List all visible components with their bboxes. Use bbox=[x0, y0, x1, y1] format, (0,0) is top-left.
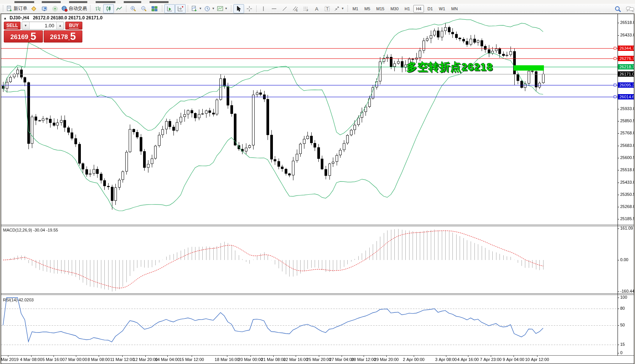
radio-waves-icon bbox=[52, 6, 58, 12]
buy-price-button[interactable]: 26178.5 bbox=[44, 30, 83, 43]
chart-profile-button[interactable] bbox=[28, 4, 39, 13]
zoom-in-icon bbox=[130, 6, 136, 12]
bar-chart-button[interactable] bbox=[93, 4, 103, 13]
volume-increase-button[interactable]: ▲ bbox=[56, 22, 64, 29]
tab-timeframe-D1[interactable]: D1 bbox=[425, 5, 435, 13]
annotation-rectangle[interactable] bbox=[514, 65, 544, 71]
new-order-button[interactable]: + 新订单 bbox=[5, 4, 28, 13]
volume-decrease-button[interactable]: ▼ bbox=[22, 22, 30, 29]
zoom-out-button[interactable] bbox=[139, 4, 149, 13]
toolbar-grip[interactable] bbox=[90, 5, 91, 12]
zoom-in-button[interactable] bbox=[128, 4, 139, 13]
tab-timeframe-H1[interactable]: H1 bbox=[402, 5, 413, 13]
gold-diamond-icon bbox=[31, 6, 37, 12]
signals-button[interactable] bbox=[50, 4, 60, 13]
tab-timeframe-H4[interactable]: H4 bbox=[413, 5, 424, 13]
toolbar: + 新订单 自动交易 bbox=[0, 4, 635, 14]
vertical-line-icon bbox=[260, 6, 266, 12]
svg-text:+: + bbox=[9, 8, 12, 12]
trendline-button[interactable] bbox=[279, 4, 290, 13]
cursor-arrow-icon bbox=[236, 6, 242, 12]
candlestick-icon bbox=[106, 6, 112, 12]
add-indicator-icon: + bbox=[191, 6, 197, 12]
periods-button[interactable]: ▼ bbox=[203, 4, 216, 13]
arrows-button[interactable]: ▼ bbox=[332, 4, 345, 13]
chart-shift-icon bbox=[177, 6, 183, 12]
volume-input[interactable]: 1.00 bbox=[30, 22, 56, 29]
candlestick-chart-button[interactable] bbox=[103, 4, 114, 13]
dropdown-caret[interactable]: ▼ bbox=[199, 7, 202, 10]
ohlc-bars-icon bbox=[95, 6, 101, 12]
clock-icon bbox=[204, 6, 210, 12]
new-order-label: 新订单 bbox=[14, 5, 27, 12]
rsi-label: RSI(14) 42.0203 bbox=[3, 298, 34, 302]
line-chart-button[interactable] bbox=[114, 4, 124, 13]
toolbar-grip[interactable] bbox=[347, 5, 348, 12]
template-icon bbox=[217, 6, 223, 12]
tile-windows-button[interactable] bbox=[149, 4, 160, 13]
svg-text:A: A bbox=[315, 6, 318, 12]
cursor-button[interactable] bbox=[233, 4, 244, 13]
tile-windows-icon bbox=[151, 6, 158, 12]
macd-label: MACD(12,26,9) -30.04 -19.55 bbox=[3, 228, 58, 232]
crosshair-button[interactable] bbox=[244, 4, 255, 13]
indicators-button[interactable]: + ▼ bbox=[190, 4, 203, 13]
monitor-icon bbox=[41, 6, 47, 12]
chat-icon[interactable] bbox=[626, 6, 632, 12]
svg-text:+: + bbox=[194, 8, 197, 12]
svg-text:E: E bbox=[296, 9, 298, 12]
sell-price-frac: 5 bbox=[30, 32, 36, 41]
tab-timeframe-M30[interactable]: M30 bbox=[388, 5, 401, 13]
crosshair-icon bbox=[246, 6, 252, 12]
search-icon[interactable] bbox=[615, 6, 621, 12]
text-icon: A bbox=[314, 6, 320, 12]
tab-timeframe-MN[interactable]: MN bbox=[449, 5, 460, 13]
equidistant-channel-button[interactable]: E bbox=[290, 4, 301, 13]
text-label-button[interactable]: T bbox=[322, 4, 332, 13]
text-button[interactable]: A bbox=[311, 4, 322, 13]
horizontal-line-button[interactable] bbox=[269, 4, 279, 13]
toolbar-grip[interactable] bbox=[3, 5, 3, 12]
chart-window: ▲ DJ30-,H4 26172.0 26180.0 26171.0 26171… bbox=[1, 14, 634, 364]
channel-icon: E bbox=[292, 6, 298, 12]
auto-trading-label: 自动交易 bbox=[69, 5, 87, 12]
buy-price-frac: 5 bbox=[70, 32, 76, 41]
templates-button[interactable]: ▼ bbox=[216, 4, 229, 13]
sell-price-int: 26169 bbox=[10, 33, 28, 41]
vertical-line-button[interactable] bbox=[258, 4, 269, 13]
collapse-triangle-icon[interactable]: ▲ bbox=[3, 16, 7, 20]
tab-timeframe-M15[interactable]: M15 bbox=[373, 5, 387, 13]
new-order-icon: + bbox=[6, 6, 13, 12]
horizontal-line-icon bbox=[271, 6, 277, 12]
tab-timeframe-M1[interactable]: M1 bbox=[350, 5, 361, 13]
sell-price-button[interactable]: 26169.5 bbox=[4, 30, 43, 43]
fibonacci-icon: F bbox=[303, 6, 309, 12]
dropdown-caret[interactable]: ▼ bbox=[341, 7, 344, 10]
chart-symbol-timeframe: DJ30-,H4 bbox=[9, 15, 29, 20]
fibonacci-button[interactable]: F bbox=[301, 4, 311, 13]
mt4-window: { "toolbar": { "new_order_label": "新订单",… bbox=[0, 0, 635, 364]
buy-button[interactable]: BUY bbox=[65, 22, 82, 30]
toolbar-grip[interactable] bbox=[162, 5, 162, 12]
auto-scroll-button[interactable] bbox=[164, 4, 175, 13]
chart-shift-button[interactable] bbox=[175, 4, 186, 13]
auto-trading-button[interactable]: 自动交易 bbox=[60, 4, 88, 13]
menu-bar-clipped bbox=[0, 0, 635, 4]
market-watch-button[interactable] bbox=[39, 4, 50, 13]
toolbar-grip[interactable] bbox=[231, 5, 232, 12]
annotation-text[interactable]: 多空转折点26218 bbox=[407, 60, 493, 74]
arrows-icon bbox=[334, 6, 340, 12]
toolbar-right bbox=[615, 4, 632, 14]
svg-text:T: T bbox=[326, 6, 329, 11]
one-click-trading-panel: SELL ▼ 1.00 ▲ BUY 26169.5 26178.5 bbox=[4, 22, 82, 43]
timeframe-group: M1M5M15M30H1H4D1W1MN bbox=[350, 5, 460, 13]
tab-timeframe-W1[interactable]: W1 bbox=[436, 5, 448, 13]
dropdown-caret[interactable]: ▼ bbox=[212, 7, 215, 10]
volume-stepper: ▼ 1.00 ▲ bbox=[22, 22, 64, 30]
buy-price-int: 26178 bbox=[50, 33, 68, 41]
dropdown-caret[interactable]: ▼ bbox=[225, 7, 228, 10]
sell-button[interactable]: SELL bbox=[4, 22, 20, 30]
toolbar-grip[interactable] bbox=[188, 5, 188, 12]
tab-timeframe-M5[interactable]: M5 bbox=[362, 5, 373, 13]
chart-ohlc-values: 26172.0 26180.0 26171.0 26171.0 bbox=[33, 15, 103, 20]
